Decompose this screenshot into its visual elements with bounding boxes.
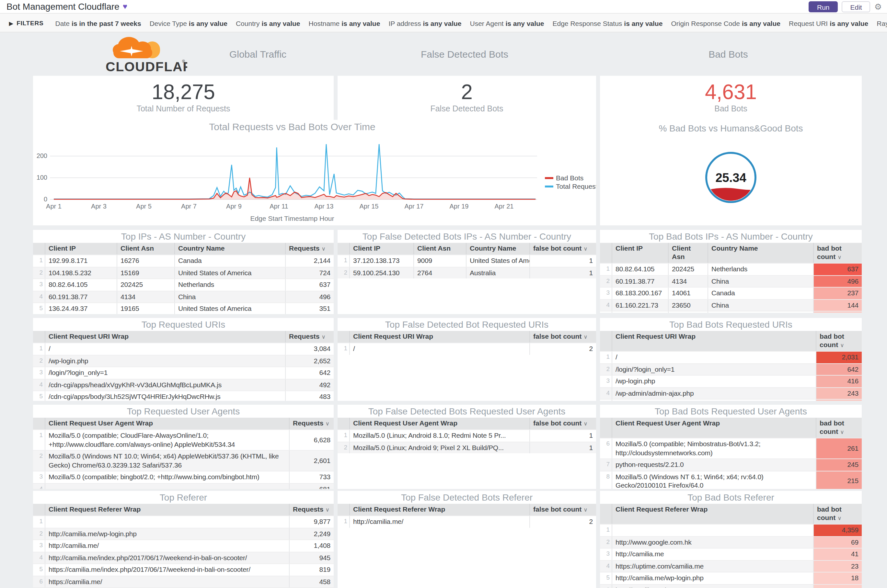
cell: 945 (289, 552, 334, 563)
cell: 68.183.200.167 (612, 288, 668, 299)
filter-field: Hostname (309, 20, 340, 27)
cell: Australia (466, 267, 529, 279)
edit-button[interactable]: Edit (842, 1, 870, 12)
x-tick-label: Apr 11 (269, 203, 288, 210)
filter-item[interactable]: Edge Response Statusis any value (553, 20, 663, 27)
cell: 41 (813, 549, 862, 560)
row-number: 4 (600, 561, 612, 572)
cell (45, 516, 289, 528)
cell: 2,601 (289, 451, 334, 471)
column-header[interactable]: Requests∨ (285, 331, 334, 343)
tile-title: Top Requested URIs (33, 318, 334, 331)
heart-icon: ♥ (123, 2, 127, 11)
filter-item[interactable]: Hostnameis any value (309, 20, 380, 27)
filter-item[interactable]: Countryis any value (236, 20, 300, 27)
run-button[interactable]: Run (809, 1, 838, 12)
cell: Netherlands (174, 279, 285, 291)
cell: China (708, 300, 813, 311)
tile-title: Top False Detected Bots Requested User A… (338, 405, 596, 418)
table-row: 5https://camilia.me/index.php/2017/06/17… (33, 563, 334, 575)
column-header[interactable]: false bot count∨ (529, 504, 596, 516)
row-number: 5 (600, 573, 612, 584)
tile-title: Top False Detected Bots IPs - AS Number … (338, 230, 596, 243)
row-number: 3 (33, 471, 45, 483)
x-tick-label: Apr 9 (226, 203, 242, 210)
gear-icon[interactable]: ⚙ (874, 2, 882, 11)
column-header: Client Request URI Wrap (612, 331, 816, 351)
chart-title: Total Requests vs Bad Bots Over Time (209, 122, 376, 132)
tile-title: Top False Detected Bot Requested URIs (338, 318, 596, 331)
row-number: 5 (33, 564, 45, 575)
section-header-false-detected-bots: False Detected Bots (421, 49, 508, 60)
table-row: 3Mozilla/5.0 (compatible; bingbot/2.0; +… (33, 471, 334, 483)
filter-item[interactable]: Request URIis any value (789, 20, 868, 27)
table-bad-bot-user-agents: Top Bad Bots Requested User AgentsClient… (600, 405, 862, 489)
table-row: 2http://camilia.me/wp-login.php2,249 (33, 528, 334, 539)
cell: 416 (816, 376, 862, 387)
column-header[interactable]: false bot count∨ (529, 418, 596, 429)
table-row: 137.120.138.1739009United States of Amer… (338, 255, 596, 267)
column-header[interactable]: bad bot count∨ (813, 243, 862, 263)
filter-item[interactable]: RayIDis any value (876, 20, 887, 27)
column-header: Client Request Referer Wrap (612, 504, 813, 524)
cell: 1,408 (289, 540, 334, 551)
cell: https://camilia.me/index.php/2017/06/17/… (45, 564, 289, 575)
row-number: 5 (33, 391, 45, 401)
cell: / (612, 352, 816, 363)
row-number: 1 (600, 525, 612, 536)
cell: 681 (289, 483, 334, 489)
column-header[interactable]: Requests∨ (289, 418, 334, 429)
table-row: 5/xmlrpc.php124 (600, 399, 862, 401)
cell: /cdn-cgi/apps/body/3Lh52SjWTQ4HRlErJykHq… (45, 391, 285, 401)
column-header[interactable]: bad bot count∨ (816, 331, 862, 351)
sort-desc-icon: ∨ (840, 342, 844, 348)
column-header: Client IP (612, 243, 668, 263)
column-header[interactable]: false bot count∨ (529, 243, 596, 255)
row-number: 1 (33, 430, 45, 450)
table-header-row: Client IPClient AsnCountry Namefalse bot… (338, 243, 596, 255)
row-number: 5 (600, 399, 612, 401)
table-row: 2Mozilla/5.0 (Linux; Android 9; Pixel 2 … (338, 441, 596, 453)
legend-label[interactable]: Bad Bots (556, 174, 583, 182)
column-header: Client Request URI Wrap (45, 331, 285, 343)
filter-condition: is in the past 7 weeks (72, 20, 141, 27)
column-header[interactable]: Requests∨ (285, 243, 334, 255)
cell: http://camilia.me/index.php/2017/06/17/w… (45, 552, 289, 563)
table-row: 460.191.38.774134China496 (33, 291, 334, 302)
row-number: 1 (33, 255, 45, 267)
column-header: Client Request User Agent Wrap (349, 418, 529, 429)
filter-field: Origin Response Code (671, 20, 740, 27)
filter-item[interactable]: User Agentis any value (470, 20, 544, 27)
legend-label[interactable]: Total Requests (556, 183, 596, 190)
table-row: 1Mozilla/5.0 (Linux; Android 8.1.0; Redm… (338, 429, 596, 441)
cell: Mozilla/5.0 (compatible; bingbot/2.0; +h… (45, 471, 289, 483)
kpi-label: Bad Bots (600, 104, 862, 113)
cell: United States of America (174, 303, 285, 314)
row-number: 3 (600, 549, 612, 560)
filter-item[interactable]: Device Typeis any value (150, 20, 227, 27)
top-bar-actions: Run Edit ⚙ (809, 1, 882, 12)
cell: 59.100.254.130 (349, 267, 413, 279)
sort-desc-icon: ∨ (583, 506, 587, 513)
tile-title: Top Bad Bots IPs - AS Number - Country (600, 230, 862, 243)
sort-desc-icon: ∨ (322, 245, 326, 252)
column-header: Client Request User Agent Wrap (612, 418, 816, 438)
kpi-label: False Detected Bots (338, 104, 596, 113)
filter-item[interactable]: Origin Response Codeis any value (671, 20, 780, 27)
cell: United States of America (174, 267, 285, 279)
column-header[interactable]: bad bot count∨ (813, 504, 862, 524)
x-tick-label: Apr 17 (404, 203, 424, 210)
column-header[interactable]: false bot count∨ (529, 331, 596, 343)
column-header[interactable]: bad bot count∨ (816, 418, 862, 438)
cell: 202425 (117, 279, 174, 291)
sort-desc-icon: ∨ (326, 420, 329, 427)
cell: 245 (816, 459, 862, 471)
x-tick-label: Apr 13 (314, 203, 334, 210)
cell: 496 (285, 291, 334, 302)
column-header[interactable]: Requests∨ (289, 504, 334, 516)
table-header-row: Client Request URI Wrapfalse bot count∨ (338, 331, 596, 343)
row-number: 4 (33, 291, 45, 302)
filter-item[interactable]: IP addressis any value (388, 20, 461, 27)
filters-toggle[interactable]: ▶FILTERS (9, 19, 44, 26)
filter-item[interactable]: Dateis in the past 7 weeks (56, 20, 141, 27)
